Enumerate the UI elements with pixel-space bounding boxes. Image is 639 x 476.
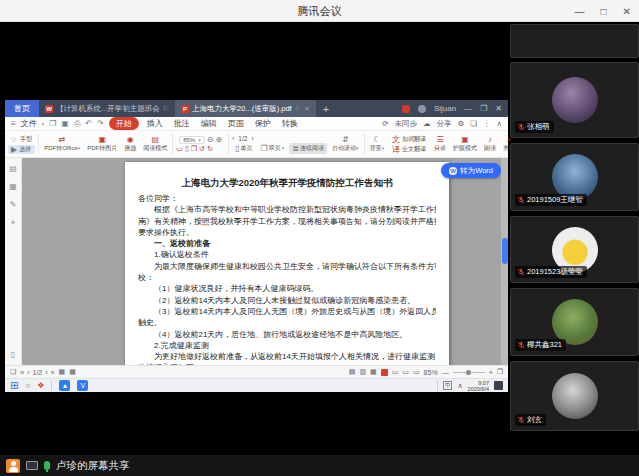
view-mode-icon[interactable]: ▭ (413, 368, 420, 376)
last-page-icon[interactable]: » (51, 369, 55, 376)
wps-restore-icon[interactable]: ❐ (480, 104, 487, 113)
new-tab-button[interactable]: + (316, 100, 336, 117)
share-button[interactable]: 分享 (437, 119, 452, 129)
select-tool-button[interactable]: ▶ 选择 (8, 145, 35, 154)
continuous-read-button[interactable]: ≣连续阅读 (289, 143, 327, 154)
open-folder-icon[interactable]: ❒ (49, 119, 56, 128)
annotation-panel-icon[interactable]: ✎ (10, 200, 17, 209)
rotate-left-icon[interactable]: ↺ (199, 145, 205, 153)
save-icon[interactable]: ▣ (61, 119, 69, 128)
active-mic-icon[interactable] (44, 461, 50, 470)
undo-icon[interactable]: ↶ (85, 119, 92, 128)
menu-file[interactable]: 文件 (21, 118, 37, 129)
page-icon[interactable]: ❏ (10, 368, 16, 376)
ribbon-page-indicator[interactable]: 1/2 (238, 135, 247, 142)
menu-protect[interactable]: 保护 (252, 118, 274, 129)
settings-gear-icon[interactable]: ⚙ (458, 119, 465, 128)
taskbar-search-icon[interactable]: ○ (25, 381, 30, 390)
view-mode-icon[interactable]: ▭ (402, 368, 409, 376)
fullscreen-icon[interactable]: ❐ (497, 368, 503, 376)
fit-width-icon[interactable]: ▯ (185, 145, 189, 153)
maximize-icon[interactable]: □ (601, 6, 607, 17)
status-page-indicator[interactable]: 1/2 (33, 369, 43, 376)
doc-scrollbar[interactable] (501, 158, 508, 365)
pin-icon[interactable]: ⚐ (295, 105, 301, 113)
promo-icon[interactable] (402, 105, 410, 113)
account-name[interactable]: Sijuan (434, 104, 456, 113)
hand-tool-button[interactable]: ☞ 手型 (8, 135, 35, 144)
menu-convert[interactable]: 转换 (279, 118, 301, 129)
windows-start-icon[interactable]: ⊞ (10, 381, 18, 391)
ime-indicator[interactable]: 中 (443, 381, 453, 390)
pin-icon[interactable]: ⚐ (163, 105, 169, 113)
sync-status[interactable]: 未同步 (395, 119, 418, 129)
wps-app-icon[interactable]: ❖ (37, 381, 44, 390)
participant-tile[interactable]: 20191523杨莹莹 (510, 216, 639, 283)
word-translate-button[interactable]: 文 划词翻译 (389, 135, 429, 144)
wps-minimize-icon[interactable]: — (464, 104, 472, 113)
close-icon[interactable]: ✕ (623, 6, 631, 17)
bookmark-panel-icon[interactable]: ▤ (9, 164, 17, 173)
pdf-to-image-button[interactable]: ▣ PDF转图片 (85, 135, 119, 153)
zoom-slider[interactable] (453, 372, 485, 373)
redo-icon[interactable]: ↷ (97, 119, 104, 128)
menu-insert[interactable]: 插入 (144, 118, 166, 129)
participant-tile[interactable]: 张相萌 (510, 62, 639, 138)
meeting-app-icon[interactable]: V (77, 380, 88, 391)
menu-page[interactable]: 页面 (225, 118, 247, 129)
menu-edit[interactable]: 编辑 (198, 118, 220, 129)
hamburger-icon[interactable]: ≡ (11, 119, 16, 128)
play-button[interactable]: ◉ 播放 (122, 135, 138, 153)
add-note-icon[interactable]: ▦ (69, 368, 76, 376)
menu-comment[interactable]: 批注 (171, 118, 193, 129)
status-zoom-level[interactable]: 85% (424, 369, 438, 376)
view-mode-icon[interactable]: ▭ (392, 368, 399, 376)
more-icon[interactable]: ⋮ (483, 119, 491, 128)
tab-doc-2[interactable]: P 上海电力大学20...(送审版).pdf ⚐ ✕ (175, 100, 316, 117)
fit-page-icon[interactable]: ▭ (176, 145, 183, 153)
photos-app-icon[interactable]: ▲ (59, 380, 70, 391)
presenter-icon[interactable] (6, 459, 20, 473)
minimize-icon[interactable]: — (575, 6, 585, 17)
toc-button[interactable]: ☰ 目录 (432, 135, 448, 153)
participant-tile-partial[interactable] (510, 24, 639, 58)
wps-close-icon[interactable]: ✕ (495, 104, 502, 113)
layout-double-icon[interactable]: ▥ (359, 368, 366, 376)
pdf-to-office-button[interactable]: ⇄ PDF转Office▾ (42, 135, 82, 153)
layout-single-icon[interactable]: ▤ (349, 368, 356, 376)
first-page-icon[interactable]: « (20, 369, 24, 376)
zoom-slider-handle[interactable] (466, 370, 471, 375)
participant-tile[interactable]: 椰共鑫321 (510, 288, 639, 356)
attachment-panel-icon[interactable]: ⌖ (11, 218, 16, 228)
mobile-view-icon[interactable]: ▯ (11, 350, 15, 359)
comment-bubble-icon[interactable]: ❏ (470, 119, 477, 128)
tab-doc-1[interactable]: W 【计算机系统...开学初主题班会 ⚐ (39, 100, 175, 117)
single-page-button[interactable]: ▯单页 (232, 143, 255, 154)
menu-start[interactable]: 开始 (109, 117, 139, 130)
zoom-out-icon[interactable]: ⊖ (207, 135, 214, 144)
screen-share-icon[interactable] (26, 461, 38, 470)
zoom-in-icon[interactable]: ⊕ (215, 135, 222, 144)
participant-tile[interactable]: 20191509王继智 (510, 143, 639, 211)
avatar-icon[interactable] (418, 105, 426, 113)
prev-page-icon[interactable]: ‹ (27, 369, 29, 376)
add-bookmark-icon[interactable]: ▦ (59, 368, 66, 376)
layout-book-icon[interactable]: ▦ (370, 368, 377, 376)
zoom-level-input[interactable]: 85%▾ (179, 136, 205, 144)
participant-tile[interactable]: 刘玄 (510, 361, 639, 431)
collapse-ribbon-icon[interactable]: ∧ (497, 119, 503, 128)
tray-expand-icon[interactable]: ∧ (457, 382, 462, 390)
convert-to-word-button[interactable]: W 转为Word (441, 163, 501, 178)
print-icon[interactable]: ⎙ (74, 119, 80, 129)
actual-size-icon[interactable]: ❐ (191, 145, 197, 153)
thumbnail-panel-icon[interactable]: ▦ (9, 182, 17, 191)
eye-mode-button[interactable]: ▣ 护眼模式 (451, 135, 479, 153)
tab-wps-home[interactable]: 首页 (5, 100, 39, 117)
rotate-right-icon[interactable]: ↻ (207, 145, 213, 153)
doc-scrollbar-thumb[interactable] (502, 238, 508, 264)
notification-center-icon[interactable] (494, 381, 503, 390)
zoom-plus-icon[interactable]: + (489, 369, 493, 376)
double-page-button[interactable]: ❐双页▾ (258, 143, 288, 154)
prev-page-icon[interactable]: ‹ (232, 135, 234, 142)
next-page-icon[interactable]: › (45, 369, 47, 376)
